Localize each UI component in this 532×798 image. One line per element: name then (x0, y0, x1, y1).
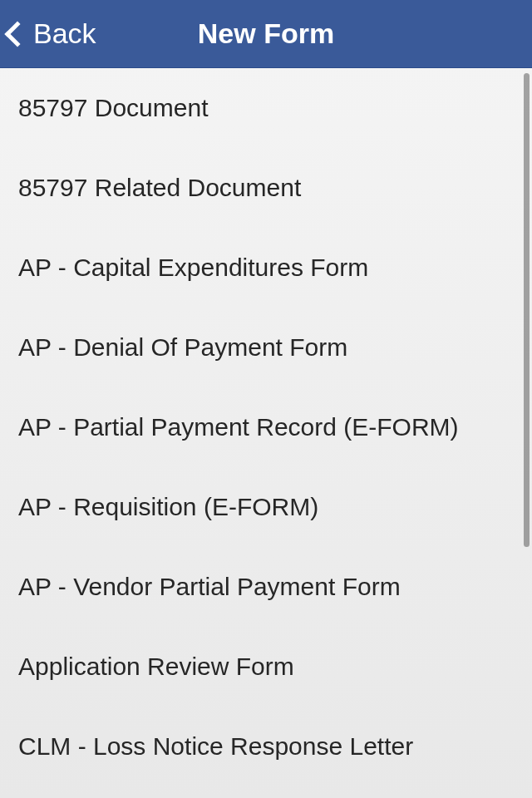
back-button[interactable]: Back (0, 0, 96, 67)
chevron-left-icon (4, 21, 30, 47)
page-title: New Form (198, 17, 334, 50)
scrollbar[interactable] (524, 73, 530, 547)
list-item[interactable]: AP - Capital Expenditures Form (0, 228, 532, 308)
list-item[interactable]: AP - Requisition (E-FORM) (0, 467, 532, 547)
list-item[interactable]: 85797 Related Document (0, 148, 532, 228)
form-list: 85797 Document 85797 Related Document AP… (0, 68, 532, 798)
navigation-bar: Back New Form (0, 0, 532, 68)
list-item[interactable]: 85797 Document (0, 68, 532, 148)
list-item[interactable]: CLM - Loss Notice Response Letter (0, 707, 532, 786)
list-item[interactable]: AP - Partial Payment Record (E-FORM) (0, 387, 532, 467)
list-item[interactable]: Application Review Form (0, 627, 532, 707)
back-button-label: Back (33, 17, 96, 50)
list-item[interactable]: AP - Denial Of Payment Form (0, 308, 532, 387)
list-item[interactable]: AP - Vendor Partial Payment Form (0, 547, 532, 627)
